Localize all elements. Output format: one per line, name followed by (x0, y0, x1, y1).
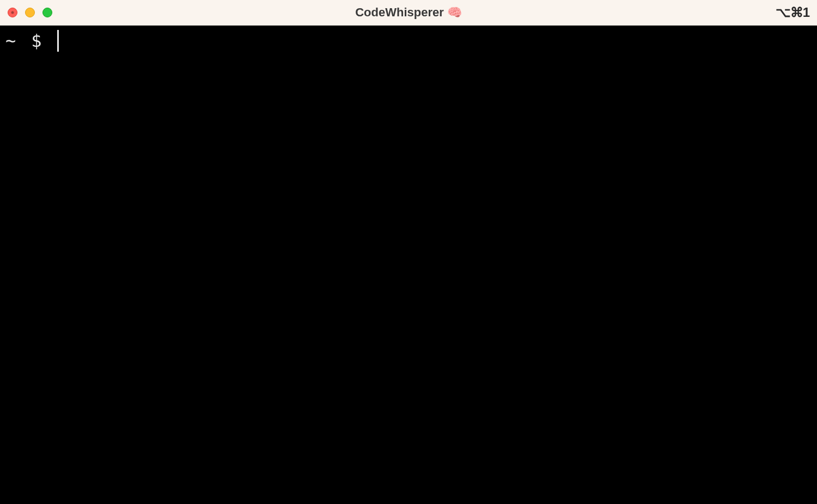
keyboard-shortcut: ⌥⌘1 (776, 5, 809, 20)
close-button[interactable] (8, 8, 17, 17)
cursor (57, 30, 59, 52)
traffic-lights (8, 8, 52, 17)
terminal[interactable]: ~ $ (0, 26, 817, 504)
prompt-path: ~ (5, 30, 16, 51)
title-text: CodeWhisperer (355, 5, 444, 20)
brain-icon: 🧠 (447, 5, 462, 20)
minimize-button[interactable] (25, 8, 35, 17)
titlebar: CodeWhisperer 🧠 ⌥⌘1 (0, 0, 817, 26)
prompt-line: ~ $ (5, 30, 812, 52)
window-title: CodeWhisperer 🧠 (355, 5, 462, 20)
maximize-button[interactable] (42, 8, 52, 17)
prompt-symbol: $ (31, 30, 41, 51)
